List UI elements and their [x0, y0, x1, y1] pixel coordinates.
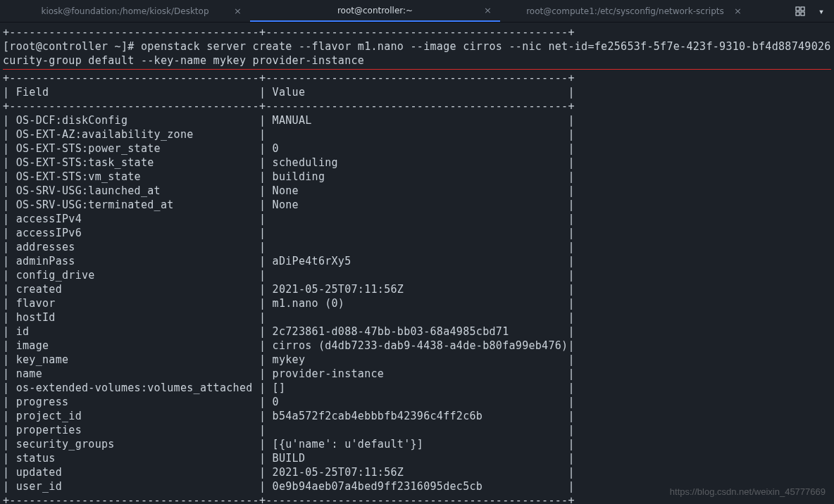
svg-rect-0: [796, 7, 799, 11]
tab-1[interactable]: kiosk@foundation:/home/kiosk/Desktop ×: [0, 0, 250, 22]
tab-title: kiosk@foundation:/home/kiosk/Desktop: [41, 6, 208, 16]
watermark: https://blog.csdn.net/weixin_45777669: [670, 486, 826, 497]
grid-icon[interactable]: [793, 4, 807, 18]
svg-rect-3: [801, 12, 804, 15]
titlebar-controls: ▾: [788, 4, 834, 18]
tab-bar: kiosk@foundation:/home/kiosk/Desktop × r…: [0, 0, 788, 22]
tab-title: root@compute1:/etc/sysconfig/network-scr…: [526, 6, 724, 16]
svg-rect-2: [796, 12, 799, 15]
close-icon[interactable]: ×: [734, 6, 742, 16]
svg-rect-1: [801, 7, 804, 11]
terminal-output[interactable]: +--------------------------------------+…: [0, 23, 834, 504]
tab-2[interactable]: root@controller:~ ×: [250, 0, 500, 22]
tab-3[interactable]: root@compute1:/etc/sysconfig/network-scr…: [500, 0, 750, 22]
close-icon[interactable]: ×: [484, 5, 492, 15]
grid-icon-svg: [795, 6, 805, 16]
command-underline: [3, 69, 831, 70]
close-icon[interactable]: ×: [234, 6, 242, 16]
tab-title: root@controller:~: [337, 6, 413, 15]
menu-dropdown-icon[interactable]: ▾: [814, 4, 828, 18]
titlebar: kiosk@foundation:/home/kiosk/Desktop × r…: [0, 0, 834, 23]
